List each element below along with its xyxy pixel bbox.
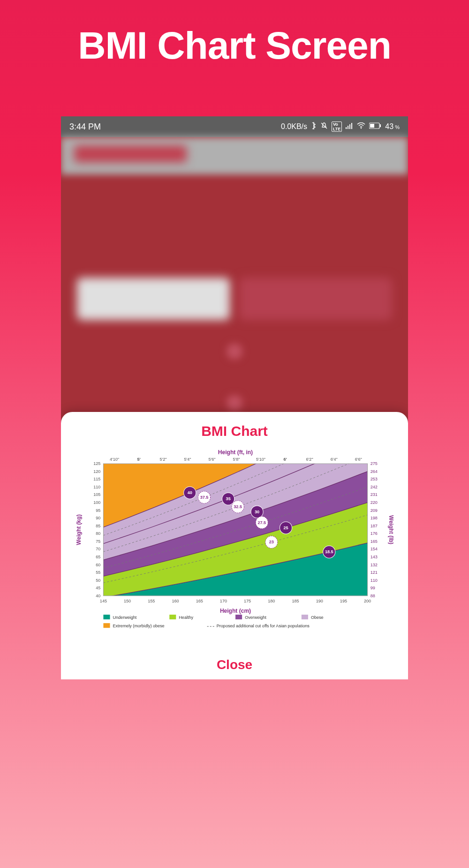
svg-text:100: 100	[93, 500, 100, 505]
svg-text:30: 30	[255, 510, 259, 514]
svg-text:155: 155	[148, 599, 155, 603]
svg-text:170: 170	[220, 599, 227, 603]
svg-text:180: 180	[268, 599, 275, 603]
svg-text:37.5: 37.5	[200, 495, 209, 500]
svg-text:6'2": 6'2"	[306, 457, 313, 462]
svg-text:65: 65	[96, 555, 100, 559]
svg-point-4	[361, 128, 362, 129]
svg-text:60: 60	[96, 563, 100, 567]
svg-text:Weight (lb): Weight (lb)	[388, 515, 394, 544]
svg-text:275: 275	[371, 461, 378, 466]
svg-text:105: 105	[93, 492, 100, 497]
svg-rect-2	[349, 124, 350, 129]
svg-text:Healthy: Healthy	[179, 615, 193, 620]
svg-text:115: 115	[93, 477, 100, 481]
bmi-chart-sheet: BMI Chart Height (ft, in)Height (cm)Weig…	[61, 412, 408, 679]
bmi-chart: Height (ft, in)Height (cm)Weight (kg)Wei…	[69, 446, 400, 650]
svg-text:40: 40	[96, 594, 100, 598]
svg-text:200: 200	[364, 599, 371, 603]
bmi-chart-svg: Height (ft, in)Height (cm)Weight (kg)Wei…	[69, 446, 400, 650]
svg-text:6': 6'	[284, 457, 287, 462]
svg-rect-7	[380, 124, 381, 127]
svg-text:90: 90	[96, 516, 100, 520]
svg-text:185: 185	[292, 599, 299, 603]
svg-text:145: 145	[100, 599, 107, 603]
battery-icon	[369, 122, 381, 131]
svg-text:198: 198	[371, 516, 378, 520]
svg-text:32.5: 32.5	[234, 504, 242, 509]
page-title: BMI Chart Screen	[0, 0, 469, 68]
svg-text:175: 175	[244, 599, 251, 603]
svg-text:Underweight: Underweight	[113, 615, 137, 620]
svg-text:5'10": 5'10"	[256, 457, 265, 462]
svg-text:5'2": 5'2"	[159, 457, 166, 462]
svg-text:99: 99	[371, 586, 375, 590]
svg-rect-97	[302, 615, 308, 619]
svg-text:220: 220	[371, 500, 378, 505]
svg-rect-93	[169, 615, 176, 619]
svg-text:45: 45	[96, 586, 100, 590]
sheet-title: BMI Chart	[69, 423, 400, 439]
svg-text:75: 75	[96, 539, 100, 544]
svg-text:5': 5'	[137, 457, 140, 462]
svg-text:55: 55	[96, 570, 100, 575]
svg-text:23: 23	[269, 540, 274, 544]
svg-text:6'4": 6'4"	[331, 457, 338, 462]
svg-text:Obese: Obese	[311, 615, 324, 620]
svg-rect-3	[351, 123, 352, 129]
svg-text:25: 25	[283, 525, 288, 530]
svg-text:195: 195	[340, 599, 347, 603]
svg-text:165: 165	[196, 599, 203, 603]
svg-rect-99	[103, 623, 110, 628]
svg-text:150: 150	[124, 599, 131, 603]
svg-text:50: 50	[96, 578, 100, 583]
bluetooth-icon	[311, 122, 317, 131]
close-button[interactable]: Close	[69, 650, 400, 679]
mute-icon	[320, 122, 328, 131]
svg-text:190: 190	[316, 599, 323, 603]
status-time: 3:44 PM	[69, 122, 101, 132]
svg-text:6'6": 6'6"	[355, 457, 362, 462]
svg-text:125: 125	[93, 461, 100, 466]
svg-text:165: 165	[371, 539, 378, 544]
svg-rect-95	[235, 615, 242, 619]
svg-text:132: 132	[371, 563, 378, 567]
svg-text:5'4": 5'4"	[184, 457, 191, 462]
svg-text:110: 110	[371, 578, 378, 583]
svg-rect-6	[370, 124, 374, 128]
battery-percent: 43 %	[385, 122, 400, 131]
phone-frame: 3:44 PM 0.0KB/s VoLTE 43 %	[61, 116, 408, 679]
svg-text:Proposed additional cut offs f: Proposed additional cut offs for Asian p…	[217, 624, 310, 628]
svg-text:70: 70	[96, 547, 100, 551]
svg-text:231: 231	[371, 492, 378, 497]
svg-rect-0	[346, 127, 347, 129]
svg-text:Height (ft, in): Height (ft, in)	[218, 449, 253, 456]
signal-icon	[346, 122, 353, 131]
svg-text:Overweight: Overweight	[245, 615, 266, 620]
svg-text:80: 80	[96, 531, 100, 536]
status-bar: 3:44 PM 0.0KB/s VoLTE 43 %	[61, 116, 408, 137]
svg-text:154: 154	[371, 547, 378, 551]
svg-text:176: 176	[371, 531, 378, 536]
svg-text:110: 110	[93, 485, 100, 489]
svg-text:120: 120	[93, 469, 100, 474]
svg-text:4'10": 4'10"	[110, 457, 119, 462]
wifi-icon	[357, 122, 365, 131]
svg-text:253: 253	[371, 477, 378, 481]
svg-text:27.5: 27.5	[258, 520, 266, 525]
svg-rect-1	[348, 126, 348, 129]
svg-text:143: 143	[371, 555, 378, 559]
svg-text:5'6": 5'6"	[209, 457, 216, 462]
svg-text:40: 40	[188, 490, 192, 495]
svg-text:160: 160	[172, 599, 179, 603]
status-right: 0.0KB/s VoLTE 43 %	[281, 122, 400, 132]
svg-text:Weight (kg): Weight (kg)	[76, 514, 82, 545]
svg-text:35: 35	[226, 496, 231, 501]
svg-text:209: 209	[371, 508, 378, 513]
svg-text:88: 88	[371, 594, 375, 598]
svg-text:264: 264	[371, 469, 378, 474]
status-data-rate: 0.0KB/s	[281, 122, 307, 131]
svg-rect-91	[103, 615, 110, 619]
svg-text:18.5: 18.5	[325, 549, 333, 554]
svg-text:242: 242	[371, 485, 378, 489]
